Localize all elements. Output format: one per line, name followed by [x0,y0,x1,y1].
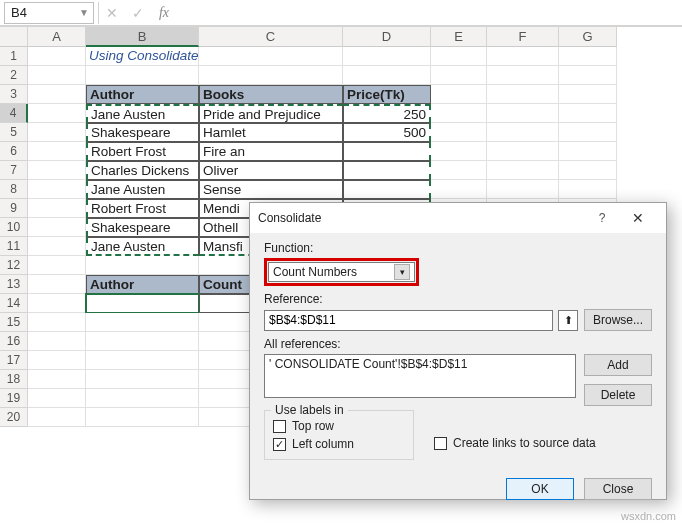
cell[interactable] [199,47,343,66]
row-header[interactable]: 12 [0,256,28,275]
create-links-checkbox[interactable] [434,437,447,450]
row-header[interactable]: 4 [0,104,28,123]
active-cell[interactable]: Jane Austen [86,104,199,123]
dialog-help-icon[interactable]: ? [586,211,618,225]
cell[interactable] [431,66,487,85]
cell[interactable] [199,66,343,85]
function-select[interactable]: Count Numbers ▾ [268,262,415,282]
cell[interactable] [86,370,199,389]
cell[interactable] [343,180,431,199]
row-header[interactable]: 9 [0,199,28,218]
cell[interactable] [487,123,559,142]
add-button[interactable]: Add [584,354,652,376]
cell[interactable] [28,123,86,142]
cell[interactable] [28,351,86,370]
cell[interactable]: Fire an [199,142,343,161]
cell[interactable] [559,47,617,66]
row-header[interactable]: 5 [0,123,28,142]
cell[interactable] [431,104,487,123]
cell[interactable] [431,85,487,104]
cell[interactable]: 250 [343,104,431,123]
cell[interactable] [28,199,86,218]
row-header[interactable]: 14 [0,294,28,313]
col-header-C[interactable]: C [199,27,343,47]
col-header-D[interactable]: D [343,27,431,47]
row-header[interactable]: 16 [0,332,28,351]
table1-header-price[interactable]: Price(Tk) [343,85,431,104]
page-title[interactable]: Using Consolidate Option [86,47,199,66]
col-header-A[interactable]: A [28,27,86,47]
cell[interactable] [559,123,617,142]
dest-cell-b14[interactable] [86,294,199,313]
cell[interactable] [559,142,617,161]
cell[interactable] [86,66,199,85]
cell[interactable] [431,142,487,161]
cell[interactable] [559,104,617,123]
row-header[interactable]: 20 [0,408,28,427]
cell[interactable] [28,294,86,313]
cell[interactable] [28,47,86,66]
row-header[interactable]: 8 [0,180,28,199]
cell[interactable] [487,85,559,104]
cell[interactable]: 500 [343,123,431,142]
cell[interactable] [28,218,86,237]
cell[interactable] [343,47,431,66]
all-references-list[interactable]: ' CONSOLIDATE Count'!$B$4:$D$11 [264,354,576,398]
cell[interactable] [86,408,199,427]
fx-icon[interactable]: fx [151,5,177,21]
cell[interactable] [343,161,431,180]
cell[interactable] [487,66,559,85]
name-box-dropdown-icon[interactable]: ▼ [79,7,93,18]
ok-button[interactable]: OK [506,478,574,500]
cell[interactable] [343,66,431,85]
cell[interactable] [28,313,86,332]
cell[interactable] [86,313,199,332]
top-row-checkbox[interactable] [273,420,286,433]
cell[interactable]: Robert Frost [86,199,199,218]
cell[interactable] [28,275,86,294]
col-header-F[interactable]: F [487,27,559,47]
cell[interactable] [431,123,487,142]
row-header[interactable]: 2 [0,66,28,85]
col-header-E[interactable]: E [431,27,487,47]
cell[interactable] [86,351,199,370]
row-header[interactable]: 17 [0,351,28,370]
delete-button[interactable]: Delete [584,384,652,406]
cell[interactable] [28,370,86,389]
cell[interactable] [487,180,559,199]
cell[interactable]: Jane Austen [86,237,199,256]
col-header-G[interactable]: G [559,27,617,47]
close-button[interactable]: Close [584,478,652,500]
cell[interactable] [86,389,199,408]
reference-field[interactable] [269,313,548,327]
name-box[interactable]: B4 ▼ [4,2,94,24]
cell[interactable]: Charles Dickens [86,161,199,180]
cell[interactable] [28,408,86,427]
collapse-dialog-icon[interactable]: ⬆ [558,310,578,331]
table1-header-author[interactable]: Author [86,85,199,104]
cell[interactable] [28,256,86,275]
reference-input[interactable] [264,310,553,331]
row-header[interactable]: 11 [0,237,28,256]
cell[interactable] [28,389,86,408]
select-all-corner[interactable] [0,27,28,47]
row-header[interactable]: 6 [0,142,28,161]
cell[interactable] [28,332,86,351]
cell[interactable]: Hamlet [199,123,343,142]
cell[interactable] [431,47,487,66]
cell[interactable] [28,237,86,256]
cell[interactable] [559,180,617,199]
cell[interactable]: Shakespeare [86,123,199,142]
cell[interactable]: Sense [199,180,343,199]
cell[interactable]: Pride and Prejudice [199,104,343,123]
row-header[interactable]: 7 [0,161,28,180]
row-header[interactable]: 18 [0,370,28,389]
all-references-item[interactable]: ' CONSOLIDATE Count'!$B$4:$D$11 [269,357,571,371]
cell[interactable] [487,161,559,180]
cell[interactable] [28,85,86,104]
cell[interactable] [559,66,617,85]
cell[interactable] [86,256,199,275]
browse-button[interactable]: Browse... [584,309,652,331]
cell[interactable] [343,142,431,161]
cell[interactable]: Robert Frost [86,142,199,161]
